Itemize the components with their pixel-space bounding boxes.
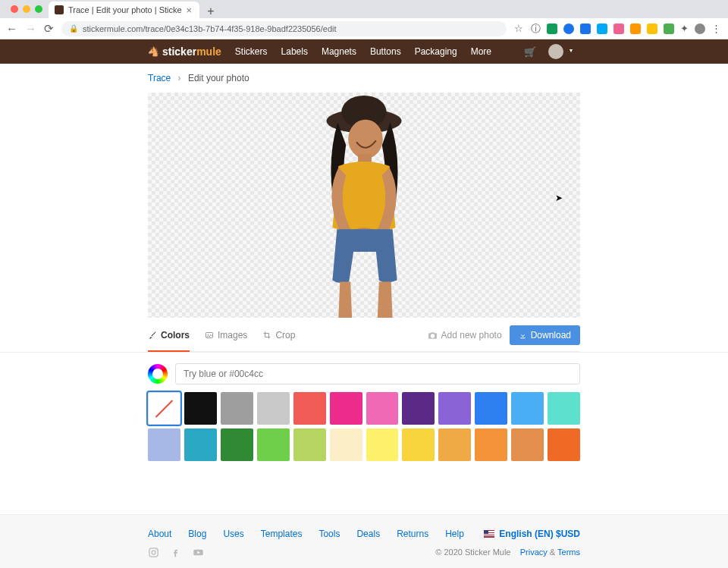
footer-link-tools[interactable]: Tools <box>318 529 340 539</box>
swatch-periwinkle[interactable] <box>148 428 180 461</box>
swatch-yellow[interactable] <box>402 428 435 461</box>
nav-buttons[interactable]: Buttons <box>370 46 401 57</box>
brand-prefix: sticker <box>162 46 196 58</box>
star-icon[interactable]: ☆ <box>514 23 523 34</box>
nav-labels[interactable]: Labels <box>281 46 308 57</box>
ext-icon[interactable] <box>613 24 624 34</box>
address-bar[interactable]: 🔒 stickermule.com/trace/0e34c13b-7b74-4f… <box>61 21 507 36</box>
browser-toolbar: ← → ⟳ 🔒 stickermule.com/trace/0e34c13b-7… <box>0 18 728 39</box>
swatch-olive[interactable] <box>293 428 326 461</box>
swatch-purple[interactable] <box>438 392 471 425</box>
facebook-icon[interactable] <box>170 547 181 558</box>
footer-link-deals[interactable]: Deals <box>356 529 380 539</box>
swatch-dark-orange[interactable] <box>548 428 580 461</box>
minimize-window-icon[interactable] <box>23 5 30 13</box>
kebab-menu-icon[interactable]: ⋮ <box>711 23 722 34</box>
browser-chrome: Trace | Edit your photo | Sticke × + ← →… <box>0 0 728 39</box>
add-photo-button[interactable]: Add new photo <box>428 330 502 340</box>
footer-link-help[interactable]: Help <box>445 529 464 539</box>
tab-strip: Trace | Edit your photo | Sticke × + <box>0 0 728 18</box>
swatch-transparent[interactable] <box>148 392 180 425</box>
ext-icon[interactable] <box>597 24 607 34</box>
user-avatar[interactable] <box>548 44 563 59</box>
swatch-pink[interactable] <box>366 392 399 425</box>
swatch-sky[interactable] <box>511 392 544 425</box>
footer-links: AboutBlogUsesTemplatesToolsDealsReturnsH… <box>148 529 464 539</box>
back-icon[interactable]: ← <box>6 22 17 36</box>
ext-icon[interactable]: ⓘ <box>531 22 541 36</box>
subject-image <box>296 93 432 318</box>
color-input[interactable] <box>175 363 580 384</box>
tab-title: Trace | Edit your photo | Sticke <box>68 5 182 14</box>
reload-icon[interactable]: ⟳ <box>44 22 54 36</box>
footer-link-about[interactable]: About <box>148 529 171 539</box>
logo[interactable]: 🐴 stickermule <box>148 46 221 58</box>
footer-link-uses[interactable]: Uses <box>223 529 243 539</box>
image-icon <box>205 331 214 340</box>
terms-link[interactable]: Terms <box>557 548 580 557</box>
extensions-icon[interactable]: ✦ <box>680 23 689 34</box>
browser-tab[interactable]: Trace | Edit your photo | Sticke × <box>49 2 199 18</box>
swatch-light-orange[interactable] <box>438 428 471 461</box>
swatch-dark-gray[interactable] <box>221 392 253 425</box>
ext-icon[interactable] <box>664 24 674 34</box>
color-wheel-icon[interactable] <box>148 364 168 384</box>
color-swatches <box>148 392 580 461</box>
ext-icon[interactable] <box>630 24 641 34</box>
ext-icon[interactable] <box>547 24 557 34</box>
swatch-magenta[interactable] <box>330 392 362 425</box>
cart-icon[interactable]: 🛒 <box>524 46 536 58</box>
mule-icon: 🐴 <box>148 46 159 57</box>
brush-icon <box>148 331 157 340</box>
ext-icon[interactable] <box>647 24 657 34</box>
svg-rect-7 <box>149 548 158 557</box>
copyright-text: © 2020 Sticker Mule <box>435 548 510 557</box>
nav-stickers[interactable]: Stickers <box>235 46 268 57</box>
tab-colors[interactable]: Colors <box>148 330 190 340</box>
swatch-cream[interactable] <box>330 428 362 461</box>
crop-icon <box>262 331 271 340</box>
swatch-lemon[interactable] <box>366 428 399 461</box>
ext-icon[interactable] <box>580 24 591 34</box>
youtube-icon[interactable] <box>192 547 205 558</box>
extensions: ⓘ ✦ ⋮ <box>531 22 722 36</box>
close-window-icon[interactable] <box>11 5 18 13</box>
svg-point-6 <box>208 334 209 335</box>
profile-avatar-icon[interactable] <box>695 24 705 34</box>
footer-link-templates[interactable]: Templates <box>261 529 303 539</box>
privacy-link[interactable]: Privacy <box>520 548 548 557</box>
swatch-dark-purple[interactable] <box>402 392 435 425</box>
swatch-cyan[interactable] <box>184 428 217 461</box>
breadcrumb-root[interactable]: Trace <box>148 73 171 83</box>
tab-crop[interactable]: Crop <box>262 330 295 340</box>
footer: AboutBlogUsesTemplatesToolsDealsReturnsH… <box>0 514 728 568</box>
nav-more[interactable]: More <box>471 46 491 57</box>
tab-images[interactable]: Images <box>205 330 247 340</box>
swatch-blue[interactable] <box>475 392 507 425</box>
download-button[interactable]: Download <box>510 325 580 345</box>
brand-suffix: mule <box>196 46 221 58</box>
swatch-teal[interactable] <box>548 392 580 425</box>
forward-icon[interactable]: → <box>25 22 36 36</box>
instagram-icon[interactable] <box>148 547 159 558</box>
new-tab-button[interactable]: + <box>199 5 221 18</box>
swatch-dark-green[interactable] <box>221 428 253 461</box>
footer-link-blog[interactable]: Blog <box>188 529 206 539</box>
and-text: & <box>550 548 555 557</box>
tab-crop-label: Crop <box>275 330 295 340</box>
nav-magnets[interactable]: Magnets <box>322 46 356 57</box>
swatch-coral[interactable] <box>293 392 326 425</box>
nav-packaging[interactable]: Packaging <box>415 46 457 57</box>
swatch-tan-orange[interactable] <box>511 428 544 461</box>
footer-link-returns[interactable]: Returns <box>397 529 428 539</box>
swatch-black[interactable] <box>184 392 217 425</box>
swatch-green[interactable] <box>257 428 290 461</box>
ext-icon[interactable] <box>563 24 574 34</box>
photo-canvas[interactable] <box>148 93 580 318</box>
swatch-gray[interactable] <box>257 392 290 425</box>
maximize-window-icon[interactable] <box>35 5 42 13</box>
download-label: Download <box>531 330 571 340</box>
tab-close-icon[interactable]: × <box>187 5 193 16</box>
locale-selector[interactable]: English (EN) $USD <box>484 529 580 539</box>
swatch-orange[interactable] <box>475 428 507 461</box>
